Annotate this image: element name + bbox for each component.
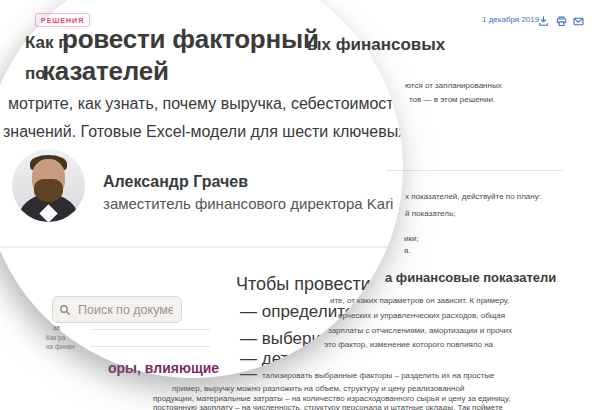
para-frag-1: ите, от каких параметров он зависит. К п… <box>330 296 509 305</box>
lens-section-heading: Чтобы провести фа <box>236 274 401 295</box>
mail-icon[interactable] <box>573 13 584 31</box>
plan-frag-3: ики; <box>404 234 419 243</box>
para2-line-2: пример, выручку можно разложить на объем… <box>172 384 464 393</box>
toc-divider-1 <box>92 329 210 330</box>
plan-frag-1: х показателей, действуйте по плану: <box>405 192 541 201</box>
toc-active-item[interactable]: оры, влияющие <box>108 360 219 376</box>
page-title-frag-left2: по <box>25 64 46 84</box>
para2-line-4: постоянную зарплату – на численность, ст… <box>153 403 503 410</box>
para-frag-2: ерческих и управленческих расходов, обща… <box>338 311 505 320</box>
page-title-frag-left1: Как п <box>25 33 69 53</box>
toc-note: ав <box>53 324 60 331</box>
para-frag-4: это фактор, изменение которого повлияло … <box>324 340 493 349</box>
author-divider <box>0 246 403 248</box>
section-heading-frag: а финансовые показатели <box>385 270 556 285</box>
para-frag-3: зарплаты с отчислениями, амортизации и п… <box>328 326 512 335</box>
plan-frag-2: й показатель; <box>405 209 455 218</box>
lens-intro-line2: значений. Готовые Excel-модели для шести… <box>3 123 403 141</box>
plan-frag-4: я. <box>404 246 411 255</box>
toc-divider-2 <box>90 346 210 347</box>
lens-intro-line1: мотрите, как узнать, почему выручка, себ… <box>8 95 403 113</box>
toc-item-1[interactable]: Как ра <box>46 334 65 341</box>
toc-item-2[interactable]: на финан <box>46 343 75 350</box>
search-icon <box>59 304 71 316</box>
document-search[interactable] <box>52 296 182 323</box>
para2-line-3: продукции, материальные затраты – на кол… <box>153 394 510 403</box>
author-name: Александр Грачев <box>103 173 248 191</box>
magnifier-lens: ровести факторный казателей мотрите, как… <box>0 0 403 378</box>
download-icon[interactable] <box>538 13 549 31</box>
intro-frag-1: ются от запланированных <box>405 81 502 90</box>
page: ровести факторный казателей мотрите, как… <box>0 0 600 410</box>
intro-frag-2: тов — в этом решении. <box>409 95 495 104</box>
avatar-beard <box>34 179 63 202</box>
print-icon[interactable] <box>556 13 567 31</box>
content-bullet-4-dash: — <box>240 364 257 384</box>
section-badge[interactable]: РЕШЕНИЯ <box>35 13 90 27</box>
search-input[interactable] <box>76 302 175 318</box>
lens-title-line1: ровести факторный <box>62 24 319 55</box>
content-divider <box>386 170 563 171</box>
para2-line-1: тализировать выбранные факторы – раздели… <box>262 371 494 380</box>
page-title-frag-right1: ых финансовых <box>307 35 445 55</box>
publish-date: 1 декабря 2019 <box>482 15 539 24</box>
author-avatar <box>12 149 85 222</box>
author-role: заместитель финансового директора Kari <box>103 195 393 212</box>
lens-title-line2: казателей <box>42 56 169 87</box>
